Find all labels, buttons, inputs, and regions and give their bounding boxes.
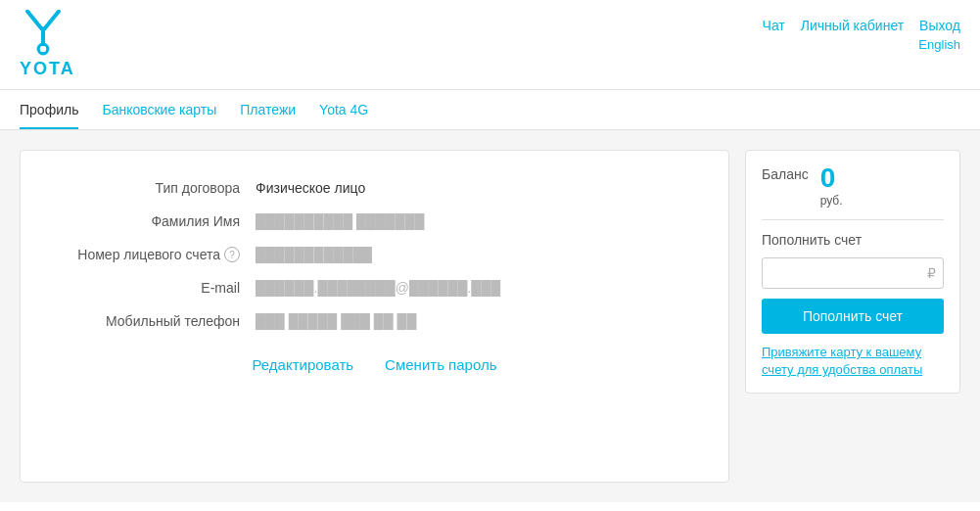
- info-icon[interactable]: ?: [224, 247, 240, 262]
- header-right: Чат Личный кабинет Выход English: [763, 10, 960, 52]
- cabinet-link[interactable]: Личный кабинет: [801, 18, 904, 33]
- sidebar: Баланс 0 руб. Пополнить счет ₽ Пополнить…: [745, 150, 960, 483]
- contract-type-field: Тип договора Физическое лицо: [60, 180, 689, 196]
- account-number-field: Номер лицевого счета ? ████████████: [60, 247, 689, 262]
- svg-line-1: [45, 12, 59, 29]
- svg-point-3: [38, 44, 48, 54]
- tabs-bar: Профиль Банковские карты Платежи Yota 4G: [0, 90, 980, 130]
- email-field: E-mail ██████.████████@██████.███: [60, 280, 689, 296]
- logout-link[interactable]: Выход: [919, 18, 960, 33]
- balance-currency: руб.: [820, 194, 843, 208]
- profile-actions: Редактировать Сменить пароль: [60, 356, 689, 373]
- svg-line-0: [27, 12, 41, 29]
- phone-field: Мобильный телефон ███ █████ ███ ██ ██: [60, 313, 689, 329]
- divider: [762, 219, 944, 220]
- balance-amount: 0: [820, 164, 843, 192]
- balance-amount-wrap: 0 руб.: [820, 164, 843, 208]
- fullname-label: Фамилия Имя: [60, 213, 256, 229]
- header-nav: Чат Личный кабинет Выход: [763, 18, 960, 33]
- change-password-button[interactable]: Сменить пароль: [385, 356, 496, 373]
- fullname-value: ██████████ ███████: [256, 213, 425, 229]
- phone-value: ███ █████ ███ ██ ██: [256, 313, 416, 329]
- main-content: Тип договора Физическое лицо Фамилия Имя…: [0, 130, 980, 502]
- contract-type-value: Физическое лицо: [256, 180, 365, 196]
- topup-input-wrap: ₽: [762, 257, 944, 289]
- balance-row: Баланс 0 руб.: [762, 164, 944, 208]
- fullname-field: Фамилия Имя ██████████ ███████: [60, 213, 689, 229]
- account-number-value: ████████████: [256, 247, 372, 262]
- email-label: E-mail: [60, 280, 256, 296]
- account-number-label-wrap: Номер лицевого счета ?: [60, 247, 256, 262]
- logo-text: YOTA: [20, 59, 75, 79]
- phone-label: Мобильный телефон: [60, 313, 256, 329]
- chat-link[interactable]: Чат: [763, 18, 785, 33]
- header: YOTA Чат Личный кабинет Выход English: [0, 0, 980, 90]
- profile-card: Тип договора Физическое лицо Фамилия Имя…: [20, 150, 729, 483]
- link-card-link[interactable]: Привяжите карту к вашему счету для удобс…: [762, 345, 922, 377]
- balance-card: Баланс 0 руб. Пополнить счет ₽ Пополнить…: [745, 150, 960, 394]
- tab-bank-cards[interactable]: Банковские карты: [102, 102, 216, 129]
- topup-amount-input[interactable]: [762, 257, 944, 289]
- email-value: ██████.████████@██████.███: [256, 280, 500, 296]
- contract-type-label: Тип договора: [60, 180, 256, 196]
- account-number-label: Номер лицевого счета: [77, 247, 220, 262]
- tab-yota4g[interactable]: Yota 4G: [319, 102, 368, 129]
- topup-button[interactable]: Пополнить счет: [762, 299, 944, 334]
- tab-payments[interactable]: Платежи: [240, 102, 296, 129]
- topup-label: Пополнить счет: [762, 232, 944, 248]
- balance-label: Баланс: [762, 164, 809, 182]
- language-link[interactable]: English: [918, 37, 960, 52]
- logo-area: YOTA: [20, 10, 75, 89]
- ruble-sign-icon: ₽: [927, 265, 936, 281]
- tab-profile[interactable]: Профиль: [20, 102, 78, 129]
- yota-logo-icon: [20, 10, 67, 57]
- edit-button[interactable]: Редактировать: [252, 356, 353, 373]
